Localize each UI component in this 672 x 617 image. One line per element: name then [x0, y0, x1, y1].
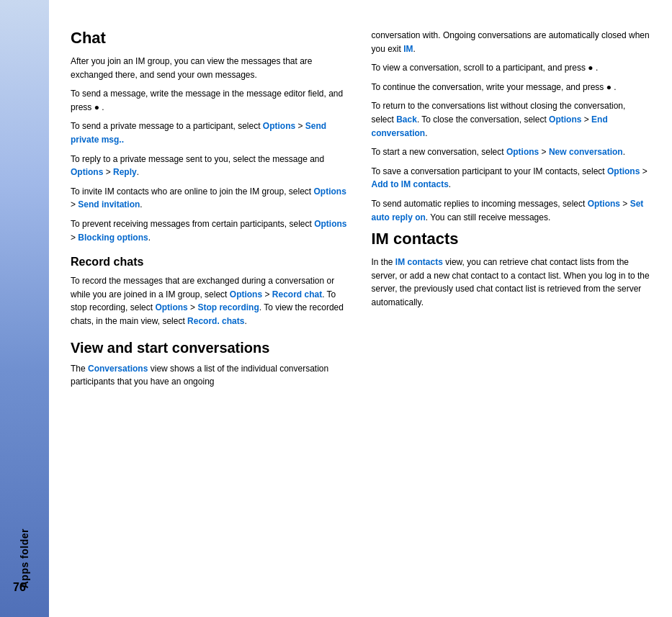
right-para1-suffix: .	[413, 44, 416, 54]
chat-para5: To invite IM contacts who are online to …	[71, 185, 350, 212]
record-chats-link: Record. chats	[187, 316, 244, 326]
stop-recording-link: Stop recording	[197, 302, 259, 312]
right-para2-prefix: To view a conversation, scroll to a part…	[372, 63, 588, 73]
im-contacts-heading: IM contacts	[372, 230, 651, 248]
bullet-icon-2: ●	[588, 63, 593, 73]
options-link-8: Options	[506, 147, 539, 157]
chat-para6-prefix: To prevent receiving messages from certa…	[71, 219, 314, 229]
new-link: New	[549, 147, 567, 157]
options-link-2: Options	[71, 167, 103, 177]
right-para6: To save a conversation participant to yo…	[372, 165, 651, 192]
record-chat-link: Record chat	[272, 289, 322, 300]
right-para4: To return to the conversations list with…	[372, 99, 651, 140]
right-para6-prefix: To save a conversation participant to yo…	[372, 166, 608, 176]
record-end-suffix: .	[244, 316, 246, 326]
chat-heading: Chat	[71, 29, 350, 48]
right-para4-middle: . To close the conversation, select	[417, 114, 549, 125]
chat-para2-suffix: .	[102, 102, 104, 112]
sep1: >	[295, 121, 305, 131]
view-heading: View and start conversations	[71, 340, 350, 356]
add-im-contacts-link: Add to IM contacts	[372, 179, 449, 189]
right-sep7: >	[620, 199, 630, 209]
options-link-9: Options	[607, 166, 640, 176]
im-link-1: IM	[403, 44, 413, 54]
options-link-5: Options	[230, 289, 262, 300]
main-content: Chat After you join an IM group, you can…	[49, 0, 672, 617]
chat-para5-prefix: To invite IM contacts who are online to …	[71, 186, 314, 197]
right-para2-suffix: .	[596, 63, 598, 73]
right-para3-suffix: .	[614, 82, 616, 92]
right-sep6: >	[640, 166, 647, 176]
chat-para4-prefix: To reply to a private message sent to yo…	[71, 154, 324, 164]
right-para2: To view a conversation, scroll to a part…	[372, 61, 651, 75]
chat-para2-prefix: To send a message, write the message in …	[71, 89, 343, 112]
sidebar: Apps folder	[0, 0, 49, 617]
chat-para3: To send a private message to a participa…	[71, 120, 350, 146]
record-sep2: >	[188, 302, 198, 312]
options-link-1: Options	[263, 121, 295, 131]
right-column: conversation with. Ongoing conversations…	[372, 29, 651, 595]
right-sep4: >	[581, 114, 591, 125]
view-para: The Conversations view shows a list of t…	[71, 362, 350, 389]
bullet-icon-3: ●	[606, 82, 611, 92]
right-para3-prefix: To continue the conversation, write your…	[372, 82, 606, 92]
left-column: Chat After you join an IM group, you can…	[71, 29, 350, 595]
options-link-4: Options	[314, 219, 346, 229]
blocking-link: Blocking options	[78, 233, 148, 243]
sep2: >	[103, 167, 113, 177]
chat-para3-prefix: To send a private message to a participa…	[71, 121, 263, 131]
conversations-link: Conversations	[88, 364, 148, 374]
para6-suffix: .	[148, 233, 151, 243]
right-para1: conversation with. Ongoing conversations…	[372, 29, 651, 55]
right-para5: To start a new conversation, select Opti…	[372, 145, 651, 159]
im-contacts-para: In the IM contacts view, you can retriev…	[372, 256, 651, 309]
chat-para6: To prevent receiving messages from certa…	[71, 217, 350, 244]
chat-para1: After you join an IM group, you can view…	[71, 55, 350, 81]
options-link-10: Options	[588, 199, 620, 209]
chat-para2: To send a message, write the message in …	[71, 87, 350, 114]
record-para: To record the messages that are exchange…	[71, 274, 350, 328]
im-para-prefix: In the	[372, 257, 395, 267]
right-para6-suffix: .	[449, 179, 451, 189]
right-para4-suffix: .	[425, 128, 427, 138]
options-link-7: Options	[549, 114, 581, 125]
right-para3: To continue the conversation, write your…	[372, 81, 651, 94]
im-contacts-link: IM contacts	[395, 257, 443, 267]
conversation-link: conversation	[569, 147, 623, 157]
record-chats-heading: Record chats	[71, 256, 350, 269]
send-invitation-link: Send invitation	[78, 199, 140, 210]
right-sep5: >	[539, 147, 549, 157]
options-link-3: Options	[314, 186, 346, 197]
para4-suffix: .	[137, 167, 139, 177]
page-number: 76	[13, 581, 26, 594]
sep4: >	[71, 233, 78, 243]
bullet-icon: ●	[94, 102, 99, 112]
record-sep1: >	[262, 289, 272, 300]
para5-suffix: .	[140, 199, 142, 210]
options-link-6: Options	[155, 302, 187, 312]
view-prefix: The	[71, 364, 88, 374]
right-para5-suffix: .	[623, 147, 625, 157]
right-para5-prefix: To start a new conversation, select	[372, 147, 506, 157]
right-para7-prefix: To send automatic replies to incoming me…	[372, 199, 588, 209]
sidebar-label: Apps folder	[19, 528, 30, 588]
chat-para4: To reply to a private message sent to yo…	[71, 153, 350, 179]
right-para7: To send automatic replies to incoming me…	[372, 197, 651, 224]
right-para7-middle: . You can still receive messages.	[426, 212, 550, 222]
reply-link: Reply	[113, 167, 137, 177]
sep3: >	[71, 199, 78, 210]
back-link: Back	[396, 114, 417, 125]
